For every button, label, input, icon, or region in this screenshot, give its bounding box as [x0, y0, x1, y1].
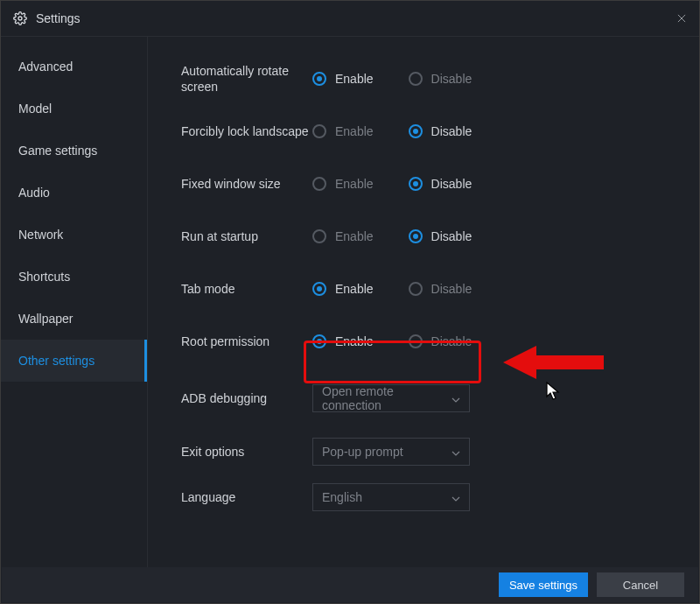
- language-select[interactable]: English: [312, 483, 470, 511]
- option-label-tab: Tab mode: [181, 281, 312, 297]
- option-label-exit: Exit options: [181, 444, 312, 460]
- select-value: Pop-up prompt: [322, 445, 403, 459]
- option-label-rotate: Automatically rotate screen: [181, 63, 312, 95]
- option-label-lock: Forcibly lock landscape: [181, 123, 312, 139]
- startup-disable-radio[interactable]: Disable: [409, 229, 472, 243]
- sidebar-item-audio[interactable]: Audio: [1, 172, 147, 214]
- option-label-language: Language: [181, 489, 312, 505]
- select-value: English: [322, 490, 362, 504]
- sidebar-item-label: Audio: [18, 186, 50, 200]
- button-label: Cancel: [623, 579, 658, 592]
- sidebar-item-advanced[interactable]: Advanced: [1, 46, 147, 88]
- root-enable-radio[interactable]: Enable: [312, 334, 374, 348]
- sidebar-item-shortcuts[interactable]: Shortcuts: [1, 256, 147, 298]
- radio-label: Disable: [431, 72, 472, 86]
- sidebar: Advanced Model Game settings Audio Netwo…: [1, 37, 148, 569]
- chevron-down-icon: [452, 445, 460, 459]
- tab-disable-radio[interactable]: Disable: [409, 282, 472, 296]
- chevron-down-icon: [452, 490, 460, 504]
- radio-label: Enable: [335, 72, 374, 86]
- svg-point-0: [18, 17, 22, 20]
- sidebar-item-label: Game settings: [18, 144, 97, 158]
- tab-enable-radio[interactable]: Enable: [312, 282, 374, 296]
- sidebar-item-label: Wallpaper: [18, 312, 74, 326]
- button-label: Save settings: [509, 579, 578, 592]
- footer: Save settings Cancel: [2, 567, 698, 602]
- window-title: Settings: [36, 11, 80, 25]
- radio-label: Disable: [431, 229, 472, 243]
- sidebar-item-label: Network: [18, 228, 63, 242]
- sidebar-item-model[interactable]: Model: [1, 88, 147, 130]
- fixed-enable-radio[interactable]: Enable: [312, 177, 374, 191]
- option-label-adb: ADB debugging: [181, 390, 312, 406]
- sidebar-item-other-settings[interactable]: Other settings: [1, 340, 147, 382]
- radio-label: Disable: [431, 334, 472, 348]
- content-pane: Automatically rotate screen Enable Disab…: [148, 37, 699, 569]
- cancel-button[interactable]: Cancel: [597, 572, 684, 597]
- titlebar: Settings: [1, 1, 699, 37]
- sidebar-item-label: Model: [18, 102, 52, 116]
- radio-label: Enable: [335, 282, 374, 296]
- radio-label: Disable: [431, 282, 472, 296]
- sidebar-item-game-settings[interactable]: Game settings: [1, 130, 147, 172]
- option-label-startup: Run at startup: [181, 228, 312, 244]
- radio-label: Enable: [335, 124, 374, 138]
- sidebar-item-label: Other settings: [18, 354, 94, 368]
- settings-icon: [13, 11, 27, 25]
- sidebar-item-network[interactable]: Network: [1, 214, 147, 256]
- chevron-down-icon: [452, 391, 460, 405]
- radio-label: Disable: [431, 124, 472, 138]
- radio-label: Enable: [335, 177, 374, 191]
- rotate-disable-radio[interactable]: Disable: [409, 72, 472, 86]
- radio-label: Enable: [335, 229, 374, 243]
- startup-enable-radio[interactable]: Enable: [312, 229, 374, 243]
- fixed-disable-radio[interactable]: Disable: [409, 177, 472, 191]
- close-button[interactable]: [664, 1, 699, 36]
- radio-label: Enable: [335, 334, 374, 348]
- lock-disable-radio[interactable]: Disable: [409, 124, 472, 138]
- sidebar-item-label: Shortcuts: [18, 270, 70, 284]
- rotate-enable-radio[interactable]: Enable: [312, 72, 374, 86]
- option-label-fixed: Fixed window size: [181, 176, 312, 192]
- select-value: Open remote connection: [322, 384, 452, 412]
- sidebar-item-wallpaper[interactable]: Wallpaper: [1, 298, 147, 340]
- radio-label: Disable: [431, 177, 472, 191]
- adb-debugging-select[interactable]: Open remote connection: [312, 384, 470, 412]
- root-disable-radio[interactable]: Disable: [409, 334, 472, 348]
- save-button[interactable]: Save settings: [499, 572, 588, 597]
- exit-options-select[interactable]: Pop-up prompt: [312, 438, 470, 466]
- lock-enable-radio[interactable]: Enable: [312, 124, 374, 138]
- option-label-root: Root permission: [181, 334, 312, 349]
- sidebar-item-label: Advanced: [18, 60, 73, 74]
